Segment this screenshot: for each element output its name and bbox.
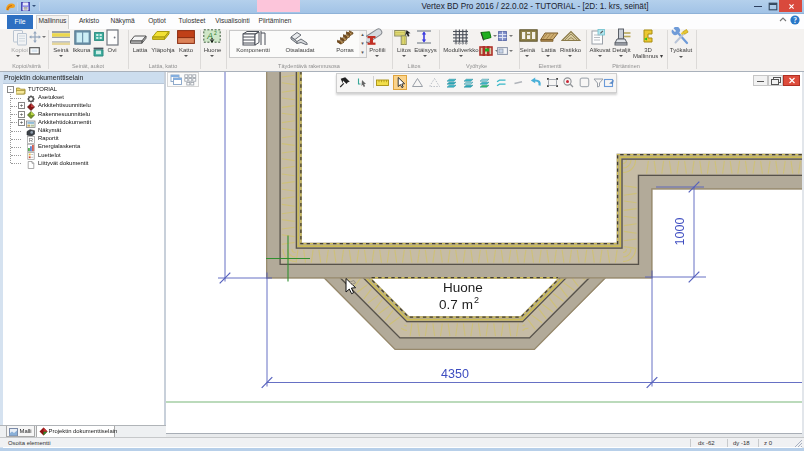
svg-text:R: R bbox=[29, 137, 34, 143]
svg-text:0.7 m: 0.7 m bbox=[439, 296, 473, 311]
svg-text:2: 2 bbox=[214, 30, 217, 36]
svg-text:1000: 1000 bbox=[673, 217, 687, 245]
svg-text:?: ? bbox=[793, 15, 797, 24]
svg-text:2: 2 bbox=[474, 294, 479, 304]
svg-text:Huone: Huone bbox=[443, 279, 483, 294]
svg-text:4350: 4350 bbox=[441, 366, 469, 380]
